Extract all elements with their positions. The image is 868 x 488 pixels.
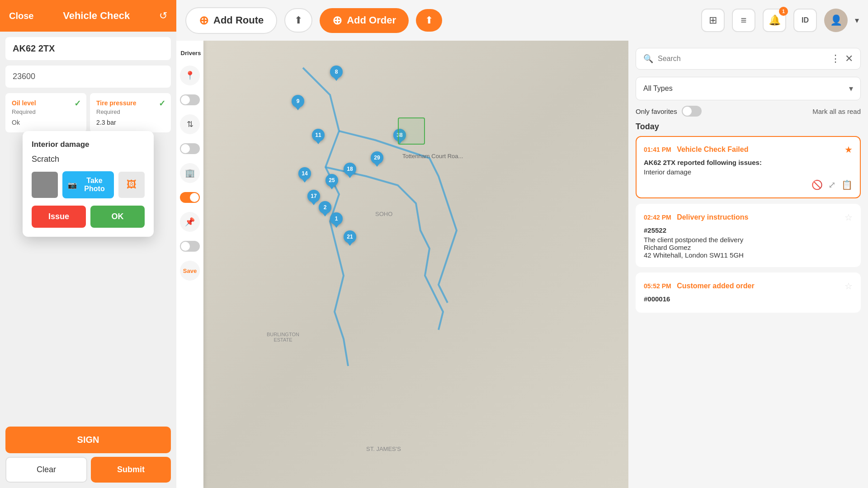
close-vehicle-check-button[interactable]: Close — [9, 11, 33, 21]
save-icon: Save — [183, 267, 197, 274]
list-view-button[interactable]: ≡ — [732, 9, 755, 32]
map-routes-svg — [203, 41, 628, 488]
notif-sub-2: The client postponed the delivery — [644, 236, 853, 244]
notif-time-3: 05:52 PM — [644, 282, 671, 290]
tire-pressure-required: Required — [96, 108, 165, 115]
expand-icon[interactable]: ⤢ — [828, 179, 836, 190]
map-area: Drivers 📍 ⇅ 🏢 📌 Save SOHO BURLINGTONESTA… — [176, 41, 628, 488]
close-notifications-button[interactable]: ✕ — [845, 53, 853, 65]
upload-order-button[interactable]: ⬆ — [416, 9, 442, 32]
save-icon-btn[interactable]: Save — [180, 261, 200, 281]
notif-star-1[interactable]: ★ — [844, 144, 853, 155]
pin-icon-btn[interactable]: 📌 — [180, 212, 200, 232]
oil-level-ok: Ok — [12, 119, 80, 126]
map-label-tottenham: Tottenham Court Roa... — [402, 153, 463, 160]
refresh-icon[interactable]: ↺ — [159, 10, 167, 22]
vehicle-check-header: Close Vehicle Check ↺ — [0, 0, 176, 32]
list-icon: ≡ — [741, 14, 747, 26]
damage-type-label: Scratch — [32, 155, 145, 164]
notif-star-2[interactable]: ☆ — [844, 212, 853, 223]
map-label-burlington: BURLINGTONESTATE — [267, 332, 299, 343]
drivers-label: Drivers — [181, 50, 201, 56]
oil-level-checkmark: ✓ — [74, 99, 81, 108]
details-icon[interactable]: 📋 — [841, 179, 853, 190]
map-pin-1[interactable]: 1 — [330, 212, 343, 225]
map-pin-29[interactable]: 29 — [371, 151, 383, 164]
map-pin-11[interactable]: 11 — [312, 129, 325, 141]
favorites-label: Only favorites — [636, 108, 677, 115]
building-icon-btn[interactable]: 🏢 — [180, 163, 200, 183]
grid-view-button[interactable]: ⊞ — [701, 9, 725, 32]
upload-route-button[interactable]: ⬆ — [284, 8, 312, 33]
notification-type-filter[interactable]: All Types ▾ — [636, 77, 861, 100]
notifications-button[interactable]: 🔔 1 — [763, 9, 786, 32]
user-avatar[interactable]: 👤 — [824, 9, 848, 32]
notif-type-1: Vehicle Check Failed — [677, 145, 748, 153]
block-icon[interactable]: 🚫 — [811, 179, 823, 190]
filter-label: All Types — [643, 84, 673, 93]
bell-icon: 🔔 — [769, 14, 781, 26]
gallery-button[interactable]: 🖼 — [118, 172, 145, 198]
notification-item-customer-order[interactable]: 05:52 PM Customer added order ☆ #000016 — [636, 272, 861, 313]
route-toggle-2[interactable] — [180, 143, 200, 154]
route-toggle-1[interactable] — [180, 94, 200, 105]
damage-actions: Issue OK — [32, 206, 145, 228]
notif-header-3: 05:52 PM Customer added order ☆ — [644, 281, 853, 291]
notif-extra-2: 42 Whitehall, London SW11 5GH — [644, 251, 853, 259]
add-order-button[interactable]: ⊕ Add Order — [320, 8, 409, 33]
avatar-image: 👤 — [830, 14, 842, 26]
map-pin-2[interactable]: 2 — [319, 201, 331, 214]
id-button[interactable]: ID — [793, 9, 817, 32]
filter-chevron-icon: ▾ — [849, 84, 853, 94]
notif-time-1: 01:41 PM — [644, 146, 671, 153]
take-photo-button[interactable]: 📷 Take Photo — [62, 171, 114, 198]
more-options-icon[interactable]: ⋮ — [830, 53, 840, 65]
gallery-icon: 🖼 — [127, 179, 137, 191]
route-toggle-4[interactable] — [180, 241, 200, 252]
search-icon: 🔍 — [643, 54, 653, 64]
notif-time-2: 02:42 PM — [644, 214, 671, 221]
map-pin-17[interactable]: 17 — [307, 190, 320, 202]
search-input[interactable] — [658, 55, 826, 63]
location-icon-btn[interactable]: 📍 — [180, 66, 200, 85]
notif-header-1: 01:41 PM Vehicle Check Failed ★ — [644, 144, 853, 155]
map-pin-25[interactable]: 25 — [326, 174, 338, 187]
map-pin-9[interactable]: 9 — [292, 95, 304, 108]
grid-icon: ⊞ — [709, 14, 717, 26]
vehicle-check-bottom-actions: Clear Submit — [5, 457, 171, 483]
clear-button[interactable]: Clear — [5, 457, 87, 483]
mark-all-read-button[interactable]: Mark all as read — [812, 108, 861, 115]
map-pin-14[interactable]: 14 — [298, 167, 311, 180]
notification-badge: 1 — [779, 7, 788, 16]
tire-pressure-title: Tire pressure — [96, 99, 165, 107]
map-pin-18[interactable]: 18 — [344, 163, 356, 175]
map-pin-21[interactable]: 21 — [344, 230, 356, 243]
interior-damage-overlay: Interior damage Scratch 📷 Take Photo 🖼 I… — [23, 131, 154, 237]
photo-row: 📷 Take Photo 🖼 — [32, 171, 145, 198]
issue-button[interactable]: Issue — [32, 206, 86, 228]
route-icon-btn[interactable]: ⇅ — [180, 114, 200, 134]
top-toolbar: ⊕ Add Route ⬆ ⊕ Add Order ⬆ ⊞ ≡ 🔔 1 ID 👤… — [176, 0, 868, 41]
notification-item-delivery[interactable]: 02:42 PM Delivery instructions ☆ #25522 … — [636, 204, 861, 267]
vehicle-check-panel: Close Vehicle Check ↺ AK62 2TX 23600 Oil… — [0, 0, 176, 488]
notif-header-2: 02:42 PM Delivery instructions ☆ — [644, 212, 853, 223]
notif-desc-2: #25522 — [644, 226, 853, 234]
notif-extra-1: Richard Gomez — [644, 244, 853, 251]
map-pin-8[interactable]: 8 — [330, 66, 343, 78]
add-route-button[interactable]: ⊕ Add Route — [185, 7, 277, 34]
submit-button[interactable]: Submit — [91, 457, 171, 483]
upload-icon: ⬆ — [294, 14, 302, 26]
oil-level-title: Oil level — [12, 99, 80, 107]
tire-pressure-checkmark: ✓ — [159, 99, 165, 108]
vehicle-mileage: 23600 — [5, 66, 171, 88]
notification-options-row: Only favorites Mark all as read — [628, 106, 868, 122]
notifications-panel: 🔍 ⋮ ✕ All Types ▾ Only favorites Mark al… — [628, 41, 868, 488]
route-toggle-3[interactable] — [180, 192, 200, 203]
sign-button[interactable]: SIGN — [5, 427, 171, 453]
notif-star-3[interactable]: ☆ — [844, 281, 853, 291]
user-menu-chevron[interactable]: ▾ — [855, 15, 859, 25]
notification-item-vehicle-check[interactable]: 01:41 PM Vehicle Check Failed ★ AK62 2TX… — [636, 136, 861, 198]
ok-button[interactable]: OK — [90, 206, 145, 228]
favorites-toggle[interactable] — [682, 106, 702, 117]
camera-icon: 📷 — [68, 181, 77, 189]
